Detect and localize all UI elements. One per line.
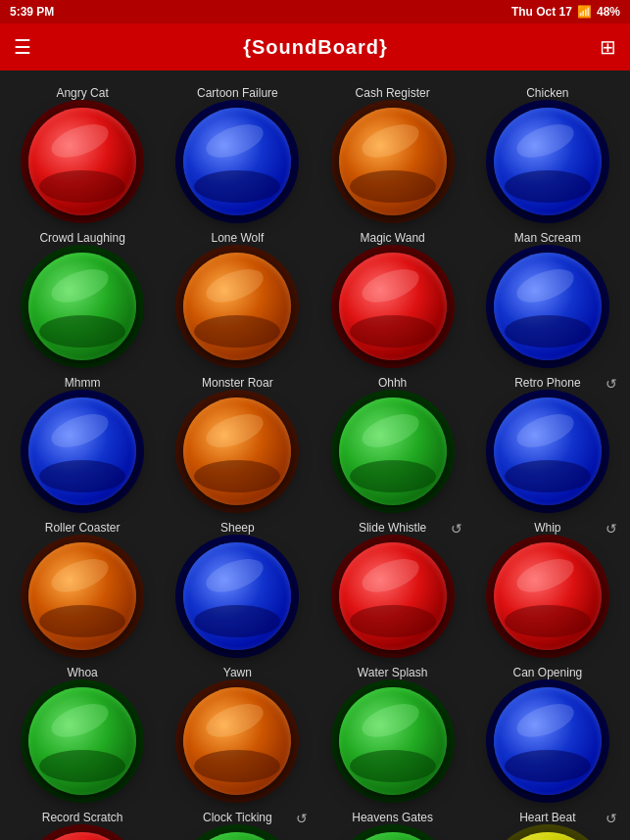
sound-label: Mhmm xyxy=(65,376,101,392)
sound-label: Roller Coaster xyxy=(45,521,121,537)
sound-button[interactable] xyxy=(183,253,291,360)
sound-item-11[interactable]: Ohhh xyxy=(315,370,470,515)
sound-item-5[interactable]: Crowd Laughing xyxy=(5,225,160,370)
sound-item-8[interactable]: Man Scream xyxy=(470,225,625,370)
app-header: ☰ {SoundBoard} ⊞ xyxy=(0,23,630,70)
sound-label: Monster Roar xyxy=(202,376,273,392)
sound-label: Angry Cat xyxy=(56,86,108,102)
sound-label: Whoa xyxy=(67,666,97,681)
sound-button[interactable] xyxy=(28,832,136,840)
sound-button[interactable] xyxy=(183,832,291,840)
sound-label: Heart Beat xyxy=(519,811,575,826)
sound-item-10[interactable]: Monster Roar xyxy=(160,370,315,515)
sound-button[interactable] xyxy=(494,542,602,650)
sound-button[interactable] xyxy=(28,108,136,215)
repeat-icon: ↺ xyxy=(606,521,617,537)
repeat-icon: ↺ xyxy=(451,521,462,537)
sound-button[interactable] xyxy=(28,687,136,795)
sound-item-20[interactable]: Can Opening xyxy=(470,660,625,805)
sound-button[interactable] xyxy=(183,108,291,215)
sound-item-9[interactable]: Mhmm xyxy=(5,370,160,515)
sound-label: Man Scream xyxy=(514,231,581,247)
status-bar: 5:39 PM Thu Oct 17 📶 48% xyxy=(0,0,630,23)
sound-label: Clock Ticking xyxy=(203,811,272,826)
sound-button[interactable] xyxy=(494,687,602,795)
sound-item-15[interactable]: ↺Slide Whistle xyxy=(315,515,470,660)
status-time: 5:39 PM xyxy=(10,5,54,19)
sound-button[interactable] xyxy=(339,832,447,840)
sound-item-13[interactable]: Roller Coaster xyxy=(5,515,160,660)
sound-button[interactable] xyxy=(183,687,291,795)
sound-item-19[interactable]: Water Splash xyxy=(315,660,470,805)
menu-icon[interactable]: ☰ xyxy=(14,35,31,59)
sound-label: Can Opening xyxy=(513,666,583,681)
app-title: {SoundBoard} xyxy=(31,36,600,59)
sound-button[interactable] xyxy=(28,397,136,505)
sound-item-24[interactable]: ↺Heart Beat xyxy=(470,805,625,840)
sound-label: Record Scratch xyxy=(42,811,123,826)
repeat-icon: ↺ xyxy=(296,811,308,826)
sound-item-1[interactable]: Angry Cat xyxy=(5,80,160,225)
sound-item-14[interactable]: Sheep xyxy=(160,515,315,660)
repeat-icon: ↺ xyxy=(606,376,617,392)
sound-item-12[interactable]: ↺Retro Phone xyxy=(470,370,625,515)
sound-item-21[interactable]: Record Scratch xyxy=(5,805,160,840)
sound-item-7[interactable]: Magic Wand xyxy=(315,225,470,370)
status-right: Thu Oct 17 📶 48% xyxy=(511,5,620,19)
sound-label: Cartoon Failure xyxy=(197,86,278,102)
sound-button[interactable] xyxy=(339,687,447,795)
date-text: Thu Oct 17 xyxy=(511,5,572,19)
sound-label: Ohhh xyxy=(378,376,407,392)
repeat-icon: ↺ xyxy=(606,811,617,826)
battery-text: 48% xyxy=(597,5,620,19)
sound-button[interactable] xyxy=(494,832,602,840)
sound-item-4[interactable]: Chicken xyxy=(470,80,625,225)
sound-grid: Angry CatCartoon FailureCash RegisterChi… xyxy=(0,70,630,840)
sound-label: Heavens Gates xyxy=(352,811,433,826)
sound-button[interactable] xyxy=(339,542,447,650)
sound-button[interactable] xyxy=(339,253,447,360)
sound-button[interactable] xyxy=(183,397,291,505)
sound-label: Lone Wolf xyxy=(211,231,264,247)
grid-icon[interactable]: ⊞ xyxy=(600,35,616,59)
sound-label: Magic Wand xyxy=(361,231,425,247)
sound-label: Whip xyxy=(534,521,560,537)
sound-button[interactable] xyxy=(494,397,602,505)
wifi-icon: 📶 xyxy=(577,5,592,19)
sound-item-18[interactable]: Yawn xyxy=(160,660,315,805)
sound-label: Chicken xyxy=(526,86,568,102)
sound-button[interactable] xyxy=(339,108,447,215)
sound-item-16[interactable]: ↺Whip xyxy=(470,515,625,660)
sound-button[interactable] xyxy=(339,397,447,505)
sound-button[interactable] xyxy=(494,253,602,360)
sound-label: Yawn xyxy=(223,666,252,681)
sound-button[interactable] xyxy=(494,108,602,215)
sound-label: Crowd Laughing xyxy=(39,231,124,247)
sound-button[interactable] xyxy=(28,253,136,360)
sound-label: Slide Whistle xyxy=(359,521,426,537)
sound-button[interactable] xyxy=(183,542,291,650)
sound-item-6[interactable]: Lone Wolf xyxy=(160,225,315,370)
sound-item-22[interactable]: ↺Clock Ticking xyxy=(160,805,315,840)
sound-item-23[interactable]: Heavens Gates xyxy=(315,805,470,840)
sound-item-17[interactable]: Whoa xyxy=(5,660,160,805)
sound-label: Retro Phone xyxy=(514,376,580,392)
sound-label: Sheep xyxy=(220,521,255,537)
sound-label: Cash Register xyxy=(356,86,430,102)
time-text: 5:39 PM xyxy=(10,5,54,19)
sound-item-2[interactable]: Cartoon Failure xyxy=(160,80,315,225)
sound-item-3[interactable]: Cash Register xyxy=(315,80,470,225)
sound-button[interactable] xyxy=(28,542,136,650)
sound-label: Water Splash xyxy=(358,666,428,681)
